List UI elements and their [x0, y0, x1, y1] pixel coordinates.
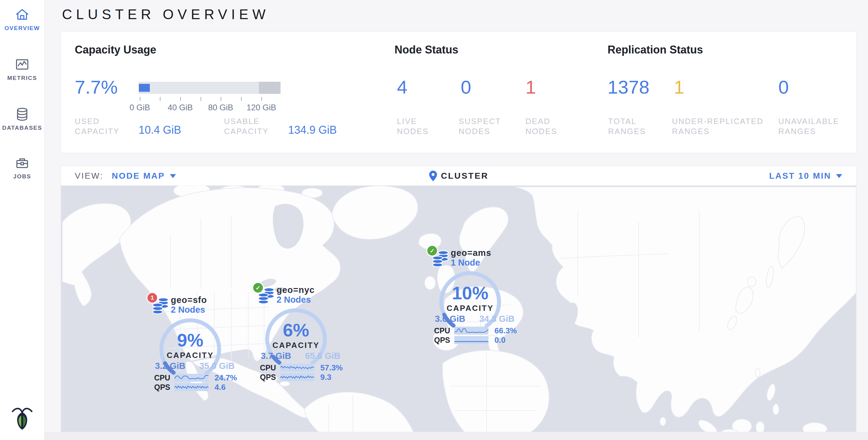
node-status-title: Node Status	[395, 43, 458, 56]
axis-tick-label: 40 GiB	[162, 103, 198, 113]
cpu-metric-row: CPU 66.3%	[433, 326, 518, 335]
cpu-sparkline	[175, 374, 209, 382]
suspect-nodes-count: 0	[461, 77, 471, 98]
sidebar-item-label: OVERVIEW	[0, 25, 44, 32]
capacity-percent: 7.7%	[75, 77, 118, 98]
sidebar-item-overview[interactable]: OVERVIEW	[0, 7, 44, 32]
sidebar-item-databases[interactable]: DATABASES	[0, 107, 44, 131]
axis-tick-label: 0 GiB	[122, 103, 158, 113]
used-capacity: 3.2 GiB	[147, 361, 193, 371]
database-stack-icon	[431, 250, 450, 268]
world-map: 1 geo=sfo 2 Nodes 9% CAPACITY 3.2 GiB 35…	[61, 186, 856, 432]
total-ranges-label: TOTALRANGES	[608, 116, 646, 136]
total-ranges-count: 1378	[608, 77, 649, 98]
live-nodes-label: LIVENODES	[397, 116, 429, 136]
sidebar-item-metrics[interactable]: METRICS	[0, 57, 44, 82]
locality-name: geo=nyc	[277, 285, 315, 295]
dead-nodes-label: DEADNODES	[525, 116, 557, 136]
usable-capacity-value: 134.9 GiB	[288, 124, 337, 136]
unavailable-ranges-count: 0	[778, 77, 789, 98]
locality-name: geo=sfo	[171, 295, 207, 305]
map-locality-sfo[interactable]: 1 geo=sfo 2 Nodes 9% CAPACITY 3.2 GiB 35…	[144, 292, 241, 393]
sidebar-item-label: JOBS	[0, 173, 44, 180]
cpu-metric-row: CPU 24.7%	[153, 373, 238, 382]
map-locality-nyc[interactable]: ✓ geo=nyc 2 Nodes 6% CAPACITY 3.7 GiB 65…	[250, 282, 347, 383]
under-replicated-ranges-count: 1	[674, 77, 684, 98]
qps-sparkline	[454, 336, 488, 344]
locality-node-count: 1 Node	[451, 258, 480, 268]
node-map-card: VIEW: NODE MAP CLUSTER LAST 10 MIN	[61, 166, 857, 432]
total-capacity: 34.3 GiB	[474, 314, 520, 324]
capacity-caption: CAPACITY	[154, 351, 227, 360]
database-icon	[15, 107, 29, 122]
sidebar: OVERVIEW METRICS DATABASES JOBS	[0, 0, 45, 440]
cpu-sparkline	[454, 327, 488, 335]
cluster-overview-page: OVERVIEW METRICS DATABASES JOBS	[0, 0, 868, 440]
view-bar: VIEW: NODE MAP CLUSTER LAST 10 MIN	[61, 166, 856, 186]
used-capacity: 3.7 GiB	[253, 351, 299, 361]
capacity-bar-used-segment	[139, 84, 150, 92]
capacity-caption: CAPACITY	[259, 341, 333, 350]
locality-node-count: 2 Nodes	[277, 295, 311, 305]
total-capacity: 35.0 GiB	[194, 361, 240, 371]
dead-nodes-count: 1	[525, 77, 536, 98]
breadcrumb-label: CLUSTER	[441, 171, 489, 181]
qps-sparkline	[175, 383, 209, 391]
page-title: CLUSTER OVERVIEW	[62, 6, 270, 23]
capacity-usage-title: Capacity Usage	[75, 43, 156, 56]
cockroachdb-logo[interactable]	[11, 406, 33, 430]
metrics-chart-icon	[15, 57, 29, 72]
qps-metric-row: QPS 0.0	[433, 336, 518, 345]
capacity-bar-nonusable-segment	[259, 82, 281, 94]
time-range-value: LAST 10 MIN	[769, 171, 831, 181]
axis-tick-label: 80 GiB	[203, 103, 239, 113]
chevron-down-icon	[836, 174, 842, 178]
usable-capacity-label: USABLECAPACITY	[224, 116, 269, 136]
database-stack-icon	[151, 297, 170, 315]
sidebar-item-label: DATABASES	[0, 125, 44, 131]
used-capacity-value: 10.4 GiB	[138, 124, 181, 136]
home-icon	[15, 7, 29, 22]
capacity-bar: 0 GiB 40 GiB 80 GiB 120 GiB	[138, 82, 281, 115]
capacity-caption: CAPACITY	[434, 304, 507, 313]
under-replicated-ranges-label: UNDER-REPLICATEDRANGES	[672, 116, 764, 136]
locality-name: geo=ams	[451, 248, 491, 258]
unavailable-ranges-label: UNAVAILABLERANGES	[778, 116, 839, 136]
axis-tick-label: 120 GiB	[243, 103, 280, 113]
locality-node-count: 2 Nodes	[171, 305, 205, 315]
qps-metric-row: QPS 4.6	[153, 383, 238, 392]
capacity-percent: 10%	[434, 283, 507, 303]
replication-status-title: Replication Status	[608, 43, 703, 56]
qps-sparkline	[280, 373, 314, 381]
qps-metric-row: QPS 9.3	[259, 373, 344, 382]
used-capacity-label: USEDCAPACITY	[75, 116, 119, 136]
live-nodes-count: 4	[397, 77, 407, 98]
sidebar-item-label: METRICS	[0, 75, 44, 82]
map-locality-ams[interactable]: ✓ geo=ams 1 Node 10% CAPACITY 3.6 GiB 34…	[424, 245, 521, 346]
database-stack-icon	[257, 287, 276, 305]
total-capacity: 65.6 GiB	[300, 351, 346, 361]
time-range-dropdown[interactable]: LAST 10 MIN	[769, 166, 842, 186]
used-capacity: 3.6 GiB	[427, 314, 473, 324]
locality-breadcrumb[interactable]: CLUSTER	[61, 166, 856, 186]
page-bottom-strip	[0, 432, 868, 440]
sidebar-item-jobs[interactable]: JOBS	[0, 156, 44, 180]
cpu-metric-row: CPU 57.3%	[259, 363, 344, 372]
cpu-sparkline	[280, 364, 314, 372]
capacity-percent: 9%	[154, 330, 227, 350]
map-pin-icon	[429, 170, 437, 182]
briefcase-icon	[15, 156, 29, 170]
suspect-nodes-label: SUSPECTNODES	[459, 116, 501, 136]
capacity-percent: 6%	[259, 320, 333, 340]
cluster-summary-card: Capacity Usage 7.7% 0 GiB 40 GiB 80 GiB …	[61, 32, 857, 153]
